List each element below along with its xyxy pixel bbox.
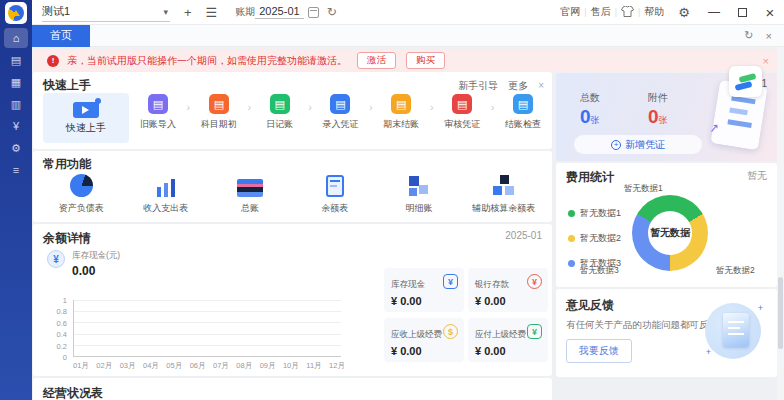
trial-notice-bar: ! 亲，当前试用版只能操作一个期间，如需使用完整功能请激活。 激活 购买 × [33, 50, 777, 71]
activate-button[interactable]: 激活 [357, 52, 396, 69]
balance-details-title: 余额详情 [43, 230, 91, 247]
step-enter-voucher[interactable]: ▤ 录入凭证 [317, 94, 363, 131]
sidebar-item-book[interactable]: ≡ [4, 160, 28, 180]
payable-funds-card[interactable]: 应付上级经费 ¥ ¥ 0.00 [468, 318, 548, 362]
quick-start-card: 快速上手 新手引导 更多 × 快速上手 ▤ 旧账导入 › ▤ 科目期初 › ▤ [33, 72, 552, 149]
refresh-tab-icon[interactable]: ↻ [744, 29, 753, 42]
step-import-old-accounts[interactable]: ▤ 旧账导入 [135, 94, 181, 131]
plus-circle-icon: + [611, 140, 621, 150]
sidebar-item-settings[interactable]: ⚙ [4, 138, 28, 158]
donut-center-text: 暂无数据 [650, 226, 690, 240]
calendar-check-icon: ▤ [513, 94, 533, 114]
logo-icon [8, 5, 24, 21]
more-link[interactable]: 更多 [508, 79, 528, 93]
warning-icon: ! [47, 55, 59, 67]
divider: | [615, 7, 617, 17]
func-general-ledger[interactable]: 总账 [208, 171, 293, 215]
step-closing-check[interactable]: ▤ 结账检查 [500, 94, 546, 131]
step-period-closing[interactable]: ▤ 期末结账 [378, 94, 424, 131]
close-quickstart-icon[interactable]: × [538, 80, 544, 91]
account-list-icon[interactable]: ☰ [206, 5, 218, 20]
chevron-right-icon: › [308, 101, 312, 113]
bank-deposit-card[interactable]: 银行存款 ¥ ¥ 0.00 [468, 268, 548, 312]
common-functions-card: 常用功能 资产负债表 收入支出表 总账 余额表 明细账 [33, 151, 552, 222]
sidebar-item-report[interactable]: ▤ [4, 50, 28, 70]
feedback-button[interactable]: 我要反馈 [566, 339, 632, 363]
chevron-right-icon: › [491, 101, 495, 113]
func-auxiliary-balance[interactable]: 辅助核算余额表 [462, 171, 547, 215]
app-window: 测试1 ▾ + ☰ 账期 2025-01 ↻ 官网 | 售后 | | 帮助 ⚙ … [0, 0, 784, 400]
close-notice-icon[interactable]: × [763, 55, 769, 67]
func-balance-table[interactable]: 余额表 [293, 171, 378, 215]
legend-item: 暂无数据2 [568, 232, 621, 245]
skin-theme-icon[interactable] [621, 6, 634, 19]
add-voucher-button[interactable]: + 新增凭证 [574, 135, 702, 154]
report-icon: ▤ [11, 54, 21, 67]
save-icon: ▤ [391, 94, 411, 114]
coin-icon: $ [443, 324, 458, 339]
y-tick: 0.6 [43, 319, 67, 328]
clipboard-icon: ▤ [148, 94, 168, 114]
cash-card[interactable]: 库存现金 ¥ ¥ 0.00 [384, 268, 464, 312]
app-logo [5, 2, 27, 24]
legend-dot [568, 210, 575, 217]
expense-stats-card: 费用统计 暂无 暂无数据1 暂无数据2 暂无数据3 暂无数据 暂无数据1 暂无数… [556, 163, 777, 287]
balance-period: 2025-01 [505, 230, 542, 247]
x-axis-labels: 01月02月 03月04月 05月06月 07月08月 09月10月 11月12… [73, 361, 345, 371]
sidebar-item-voucher[interactable]: ▦ [4, 72, 28, 92]
func-balance-sheet[interactable]: 资产负债表 [39, 171, 124, 215]
legend-dot [568, 260, 575, 267]
quick-start-tile-label: 快速上手 [66, 121, 106, 135]
calendar-icon[interactable] [308, 7, 319, 18]
step-opening-balance[interactable]: ▤ 科目期初 [196, 94, 242, 131]
sidebar-item-home[interactable]: ⌂ [4, 28, 28, 48]
receivable-funds-card[interactable]: 应收上级经费 $ ¥ 0.00 [384, 318, 464, 362]
legend-item: 暂无数据1 [568, 207, 621, 220]
quick-start-video-tile[interactable]: 快速上手 [43, 93, 129, 143]
tab-home[interactable]: 首页 [32, 25, 90, 47]
cash-metric: ¥ 库存现金(元) 0.00 [47, 250, 120, 278]
refresh-icon[interactable]: ↻ [327, 5, 337, 19]
help-link[interactable]: 帮助 [644, 5, 664, 19]
expense-right-label: 暂无 [747, 169, 767, 186]
account-selector[interactable]: 测试1 ▾ [42, 2, 170, 22]
divider: | [584, 7, 586, 17]
maximize-icon [738, 8, 747, 17]
buy-button[interactable]: 购买 [406, 52, 445, 69]
feedback-card: 意见反馈 有任何关于产品的功能问题都可反馈 我要反馈 + + [556, 289, 777, 377]
donut-callout-1: 暂无数据1 [624, 183, 663, 195]
y-tick: 0.2 [43, 342, 67, 351]
close-tab-icon[interactable]: × [766, 30, 772, 42]
gear-icon[interactable]: ⚙ [678, 5, 690, 20]
close-button[interactable]: × [756, 0, 784, 25]
add-account-button[interactable]: + [184, 5, 192, 20]
cubes-icon [407, 175, 431, 197]
notice-text: 亲，当前试用版只能操作一个期间，如需使用完整功能请激活。 [67, 54, 347, 68]
step-journal[interactable]: ▤ 日记账 [257, 94, 303, 131]
func-income-expense[interactable]: 收入支出表 [124, 171, 209, 215]
scrollbar-thumb[interactable] [778, 277, 783, 349]
minimize-button[interactable]: — [700, 0, 728, 25]
func-detail-ledger[interactable]: 明细账 [377, 171, 462, 215]
tabbar: 首页 ↻ × [32, 25, 784, 47]
scrollbar-track[interactable] [777, 47, 784, 400]
donut-callout-2: 暂无数据2 [716, 265, 755, 277]
metric-value: 0.00 [72, 264, 120, 278]
feedback-doc-icon [723, 313, 749, 347]
chevron-down-icon[interactable]: ▾ [163, 7, 168, 17]
chevron-right-icon: › [187, 101, 191, 113]
titlebar-right: 官网 | 售后 | | 帮助 ⚙ — × [556, 0, 784, 25]
sidebar-item-ledger[interactable]: ▥ [4, 94, 28, 114]
official-site-link[interactable]: 官网 [560, 5, 580, 19]
after-sales-link[interactable]: 售后 [591, 5, 611, 19]
sparkle-icon: + [706, 347, 711, 357]
newbie-guide-link[interactable]: 新手引导 [458, 79, 498, 93]
period-value[interactable]: 2025-01 [255, 5, 303, 19]
books-icon [237, 179, 263, 197]
divider: | [638, 7, 640, 17]
sidebar-item-cash[interactable]: ¥ [4, 116, 28, 136]
cash-icon: ¥ [13, 120, 19, 132]
step-audit-voucher[interactable]: ▤ 审核凭证 [439, 94, 485, 131]
maximize-button[interactable] [728, 0, 756, 25]
assistant-widget[interactable] [729, 66, 762, 97]
